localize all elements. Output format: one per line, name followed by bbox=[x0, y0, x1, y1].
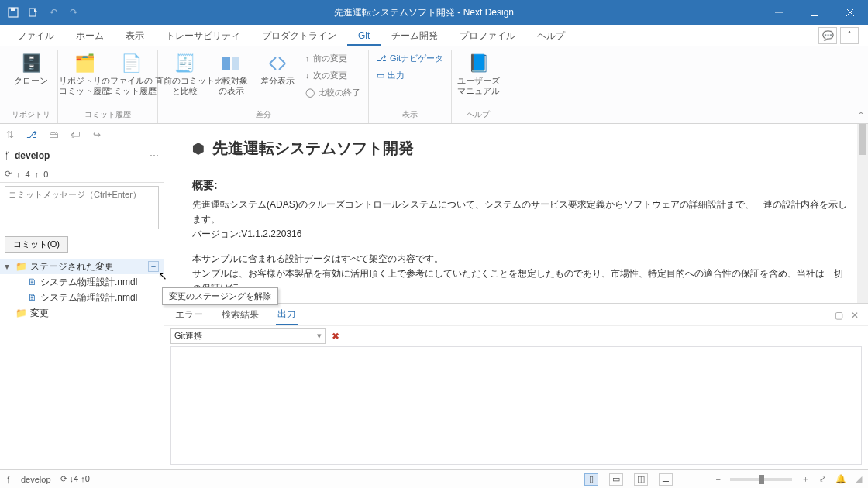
outgoing-count: 0 bbox=[43, 170, 48, 179]
clear-output-icon[interactable]: ✖ bbox=[332, 331, 339, 342]
sidepanel-tab-remote-icon[interactable]: ↪ bbox=[90, 129, 104, 140]
overview-text: 先進運転システム(ADAS)のクルーズコントロールシステムについて、システムのサ… bbox=[192, 198, 848, 227]
view-mode-4[interactable]: ☰ bbox=[659, 473, 673, 486]
branch-name: develop bbox=[15, 150, 50, 161]
title-bar: ↶ ↷ 先進運転システムソフト開発 - Next Design bbox=[0, 0, 868, 25]
output-toggle-button[interactable]: ▭ 出力 bbox=[374, 67, 408, 84]
save-icon[interactable] bbox=[5, 4, 22, 21]
overview-heading: 概要: bbox=[192, 179, 848, 193]
commit-message-input[interactable] bbox=[5, 186, 159, 229]
staged-label: ステージされた変更 bbox=[30, 260, 114, 273]
svg-rect-8 bbox=[232, 57, 239, 70]
output-body bbox=[170, 346, 862, 465]
staged-changes-node[interactable]: ▾📁 ステージされた変更 − bbox=[0, 259, 164, 274]
svg-rect-4 bbox=[811, 9, 818, 16]
note-text-2: サンプルは、お客様が本製品を有効に活用頂く上で参考にしていただくことを想定したも… bbox=[192, 266, 848, 296]
quick-access-toolbar: ↶ ↷ bbox=[0, 4, 87, 21]
sync-row[interactable]: ⟳ ↓4 ↑0 bbox=[0, 166, 164, 183]
changes-node[interactable]: 📁 変更 bbox=[0, 305, 164, 321]
unstage-button[interactable]: − bbox=[148, 261, 159, 272]
zoom-in-icon[interactable]: ＋ bbox=[801, 473, 810, 485]
group-label-diff: 差分 bbox=[256, 109, 271, 122]
current-branch-row[interactable]: ᚶ develop ⋯ bbox=[0, 146, 164, 166]
sidepanel-tab-tags-icon[interactable]: 🏷 bbox=[68, 129, 82, 140]
svg-rect-7 bbox=[222, 57, 230, 70]
tooltip-unstage: 変更のステージングを解除 bbox=[162, 287, 278, 305]
group-label-help: ヘルプ bbox=[467, 109, 490, 122]
output-tab-output[interactable]: 出力 bbox=[276, 304, 298, 325]
sync-icon: ⟳ bbox=[5, 169, 12, 179]
zoom-fit-icon[interactable]: ⤢ bbox=[819, 474, 826, 484]
file-history-button[interactable]: 📄ファイルの コミット履歴 bbox=[109, 50, 153, 98]
window-title: 先進運転システムソフト開発 - Next Design bbox=[87, 6, 761, 19]
git-side-panel: ⇅ ⎇ 🗃 🏷 ↪ ᚶ develop ⋯ ⟳ ↓4 ↑0 コミット(O) ▾📁… bbox=[0, 124, 164, 469]
group-label-history: コミット履歴 bbox=[84, 109, 131, 122]
tab-productline[interactable]: プロダクトライン bbox=[251, 25, 347, 46]
changes-tree: ▾📁 ステージされた変更 − 🗎 システム物理設計.nmdl 🗎 システム論理設… bbox=[0, 257, 164, 322]
collapse-ribbon-icon[interactable]: ˄ bbox=[840, 27, 859, 44]
version-text: バージョン:V1.1.2.220316 bbox=[192, 227, 848, 242]
staged-file-2[interactable]: 🗎 システム論理設計.nmdl bbox=[0, 290, 164, 305]
tab-team[interactable]: チーム開発 bbox=[381, 25, 449, 46]
sidepanel-tab-changes-icon[interactable]: ⇅ bbox=[3, 129, 17, 140]
compare-prev-button[interactable]: 🧾直前のコミット と比較 bbox=[163, 50, 206, 98]
notifications-icon[interactable]: 🔔 bbox=[835, 474, 846, 484]
minimize-button[interactable] bbox=[761, 0, 797, 25]
new-icon[interactable] bbox=[25, 4, 42, 21]
zoom-slider[interactable] bbox=[730, 478, 792, 481]
repo-history-button[interactable]: 🗂️リポジトリの コミット履歴 bbox=[63, 50, 106, 98]
tab-file[interactable]: ファイル bbox=[6, 25, 65, 46]
ribbon-collapse-icon[interactable]: ˄ bbox=[859, 111, 863, 122]
branch-icon: ᚶ bbox=[5, 150, 10, 161]
end-compare-button[interactable]: ◯ 比較の終了 bbox=[302, 84, 363, 101]
document-title: 先進運転システムソフト開発 bbox=[212, 138, 414, 159]
scrollbar[interactable] bbox=[857, 124, 868, 303]
tab-help[interactable]: ヘルプ bbox=[526, 25, 576, 46]
branch-menu-icon[interactable]: ⋯ bbox=[150, 150, 159, 161]
svg-rect-1 bbox=[11, 8, 16, 11]
output-tab-error[interactable]: エラー bbox=[174, 305, 205, 325]
tab-home[interactable]: ホーム bbox=[65, 25, 115, 46]
ribbon: 🗄️クローン リポジトリ 🗂️リポジトリの コミット履歴 📄ファイルの コミット… bbox=[0, 46, 868, 124]
compare-target-button[interactable]: 比較対象 の表示 bbox=[209, 50, 253, 98]
tab-git[interactable]: Git bbox=[347, 25, 381, 46]
file-icon: 🗎 bbox=[28, 277, 37, 287]
tab-profile[interactable]: プロファイル bbox=[449, 25, 526, 46]
output-filter-combo[interactable]: Git連携▾ bbox=[170, 328, 326, 344]
status-branch-icon[interactable]: ᚶ bbox=[6, 475, 12, 484]
tab-traceability[interactable]: トレーサビリティ bbox=[155, 25, 251, 46]
group-label-repo: リポジトリ bbox=[12, 109, 50, 122]
document-icon: ⬢ bbox=[192, 140, 205, 157]
group-label-display: 表示 bbox=[402, 109, 418, 122]
next-change-button[interactable]: ↓ 次の変更 bbox=[302, 67, 363, 84]
resize-grip-icon[interactable]: ◢ bbox=[856, 474, 862, 484]
user-manual-button[interactable]: 📘ユーザーズ マニュアル bbox=[456, 50, 500, 98]
status-sync[interactable]: ⟳ ↓4 ↑0 bbox=[60, 474, 90, 484]
clone-button[interactable]: 🗄️クローン bbox=[9, 50, 53, 88]
panel-dock-icon[interactable]: ▢ bbox=[835, 310, 843, 321]
diff-view-button[interactable]: 差分表示 bbox=[256, 50, 299, 88]
output-panel: エラー 検索結果 出力 ▢ ✕ Git連携▾ ✖ bbox=[164, 304, 868, 469]
staged-file-1[interactable]: 🗎 システム物理設計.nmdl bbox=[0, 274, 164, 290]
view-mode-1[interactable]: ▯ bbox=[584, 473, 598, 486]
sidepanel-tab-branch-icon[interactable]: ⎇ bbox=[25, 129, 39, 140]
changes-label: 変更 bbox=[30, 307, 49, 320]
commit-button[interactable]: コミット(O) bbox=[5, 236, 68, 253]
file-icon: 🗎 bbox=[28, 292, 37, 303]
tab-view[interactable]: 表示 bbox=[115, 25, 155, 46]
maximize-button[interactable] bbox=[797, 0, 832, 25]
prev-change-button[interactable]: ↑ 前の変更 bbox=[302, 50, 363, 67]
view-mode-3[interactable]: ◫ bbox=[634, 473, 648, 486]
output-tab-search[interactable]: 検索結果 bbox=[220, 305, 260, 325]
sidepanel-tab-stash-icon[interactable]: 🗃 bbox=[46, 129, 60, 140]
incoming-count: 4 bbox=[26, 170, 30, 179]
zoom-out-icon[interactable]: − bbox=[716, 475, 721, 484]
close-button[interactable] bbox=[832, 0, 868, 25]
panel-close-icon[interactable]: ✕ bbox=[851, 310, 859, 321]
redo-icon[interactable]: ↷ bbox=[65, 4, 82, 21]
feedback-icon[interactable]: 💬 bbox=[818, 27, 837, 44]
git-navigator-button[interactable]: ⎇ Gitナビゲータ bbox=[374, 50, 446, 67]
ribbon-tabs: ファイル ホーム 表示 トレーサビリティ プロダクトライン Git チーム開発 … bbox=[0, 25, 868, 46]
view-mode-2[interactable]: ▭ bbox=[609, 473, 623, 486]
undo-icon[interactable]: ↶ bbox=[45, 4, 62, 21]
